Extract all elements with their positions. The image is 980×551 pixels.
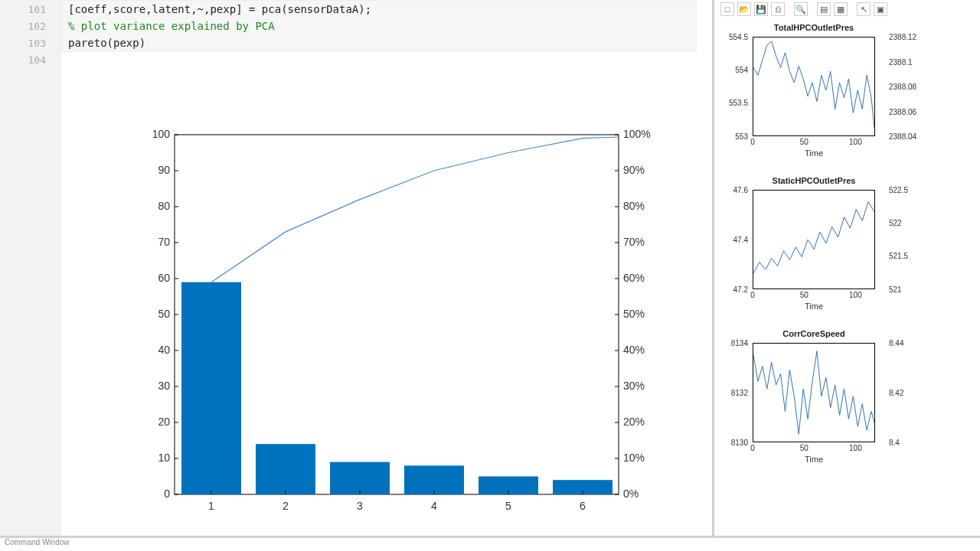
mini-right-y-axis: 8.4 8.42 8.44 (884, 343, 930, 442)
svg-text:40: 40 (158, 344, 170, 356)
figure-panel: □ 📂 💾 ⎙ 🔍 ▤ ▦ ↖ ▣ TotalHPCOutletPres 553… (712, 0, 980, 536)
svg-text:80: 80 (158, 200, 170, 212)
mini-plot[interactable]: StaticHPCOutletPres 47.2 47.4 47.6 521 5… (714, 176, 980, 329)
svg-text:20: 20 (158, 416, 170, 428)
new-figure-icon[interactable]: □ (720, 2, 734, 16)
mini-x-label: Time (753, 148, 875, 158)
svg-text:6: 6 (580, 500, 586, 512)
rotate-icon[interactable]: ▦ (834, 2, 848, 16)
mini-y-axis: 47.2 47.4 47.6 (714, 190, 751, 289)
svg-text:10%: 10% (623, 452, 645, 464)
mini-axes[interactable] (753, 190, 875, 289)
svg-text:0: 0 (164, 487, 170, 500)
bar (256, 444, 315, 494)
mini-axes[interactable] (753, 343, 875, 442)
bar (404, 465, 464, 494)
right-y-axis: 0% 10% 20% 30% 40% 50% 60% 70% 80% 90% 1… (623, 128, 651, 500)
mini-plot-title: TotalHPCOutletPres (753, 23, 875, 32)
svg-text:80%: 80% (623, 200, 645, 212)
svg-text:50: 50 (158, 308, 170, 320)
x-axis: 1 2 3 4 5 6 (208, 500, 586, 512)
svg-text:60%: 60% (623, 272, 645, 284)
mini-right-y-axis: 2388.04 2388.06 2388.08 2388.1 2388.12 (884, 37, 930, 136)
svg-text:5: 5 (505, 500, 511, 512)
pointer-icon[interactable]: ↖ (857, 2, 871, 16)
open-icon[interactable]: 📂 (737, 2, 751, 16)
bar (181, 282, 241, 494)
line-number: 102 (0, 18, 46, 35)
mini-y-axis: 8130 8132 8134 (714, 343, 751, 442)
left-y-axis: 0 10 20 30 40 50 60 70 80 90 100 (152, 128, 171, 500)
mini-plot-title: StaticHPCOutletPres (753, 176, 875, 185)
svg-text:3: 3 (357, 500, 363, 512)
line-number: 103 (0, 35, 46, 52)
print-icon[interactable]: ⎙ (771, 2, 785, 16)
svg-text:90%: 90% (623, 164, 645, 176)
svg-text:30%: 30% (623, 380, 645, 392)
mini-plot[interactable]: CorrCoreSpeed 8130 8132 8134 8.4 8.42 8.… (714, 329, 980, 482)
command-window-label: Command Window (0, 536, 980, 551)
svg-text:40%: 40% (623, 344, 645, 356)
data-cursor-icon[interactable]: ▤ (817, 2, 831, 16)
mini-x-label: Time (753, 455, 875, 464)
svg-text:100%: 100% (623, 128, 651, 140)
line-number: 104 (0, 52, 46, 69)
mini-plot[interactable]: TotalHPCOutletPres 553 553.5 554 554.5 2… (714, 23, 980, 176)
svg-text:90: 90 (158, 164, 170, 176)
code-comment-line[interactable]: % plot variance explained by PCA (68, 18, 690, 34)
bar (330, 462, 390, 494)
svg-text:50%: 50% (623, 308, 645, 320)
mini-right-y-axis: 521 521.5 522 522.5 (884, 190, 930, 289)
svg-text:20%: 20% (623, 416, 645, 428)
svg-text:70%: 70% (623, 236, 645, 248)
mini-plot-title: CorrCoreSpeed (753, 329, 875, 338)
mini-x-label: Time (753, 302, 875, 311)
code-line[interactable]: [coeff,score,latent,~,pexp] = pca(sensor… (68, 1, 690, 18)
svg-text:100: 100 (152, 128, 171, 140)
svg-text:60: 60 (158, 272, 170, 284)
figure-toolbar: □ 📂 💾 ⎙ 🔍 ▤ ▦ ↖ ▣ (717, 0, 980, 18)
pareto-chart[interactable]: 0 10 20 30 40 50 60 70 80 90 100 0% 10% … (136, 127, 657, 525)
mini-plots-area: TotalHPCOutletPres 553 553.5 554 554.5 2… (714, 23, 980, 482)
svg-text:30: 30 (158, 380, 170, 392)
svg-text:1: 1 (208, 500, 214, 512)
svg-text:10: 10 (158, 452, 170, 464)
svg-text:4: 4 (431, 500, 437, 512)
save-icon[interactable]: 💾 (754, 2, 768, 16)
mini-axes[interactable] (753, 37, 875, 136)
editor-gutter: 101 102 103 104 (0, 0, 61, 536)
zoom-icon[interactable]: 🔍 (794, 2, 808, 16)
editor-area[interactable]: 101 102 103 104 [coeff,score,latent,~,pe… (0, 0, 710, 536)
svg-text:0%: 0% (623, 487, 639, 500)
svg-text:70: 70 (158, 236, 170, 248)
code-line[interactable]: pareto(pexp) (68, 34, 690, 51)
code-section[interactable]: [coeff,score,latent,~,pexp] = pca(sensor… (61, 0, 697, 52)
legend-icon[interactable]: ▣ (874, 2, 887, 16)
mini-y-axis: 553 553.5 554 554.5 (714, 37, 751, 136)
line-number: 101 (0, 2, 46, 18)
svg-text:2: 2 (283, 500, 289, 512)
